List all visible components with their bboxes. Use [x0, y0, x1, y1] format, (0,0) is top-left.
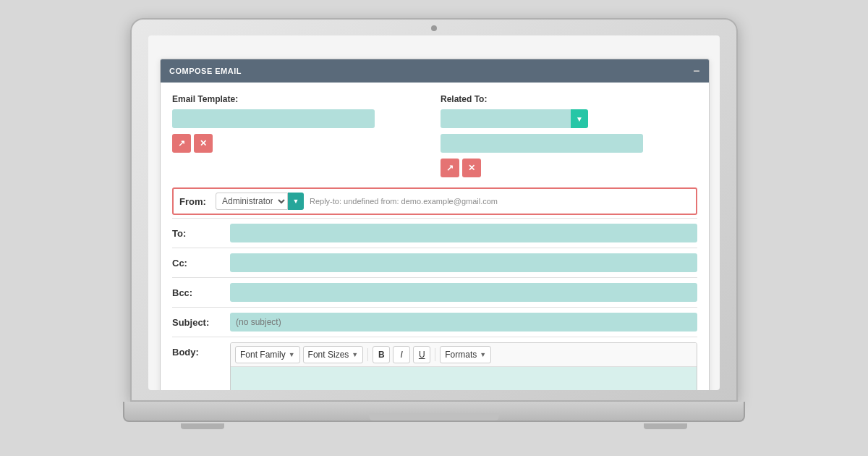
laptop-screen: COMPOSE EMAIL – Email Template:	[148, 35, 720, 390]
dialog-header: COMPOSE EMAIL –	[161, 59, 709, 83]
cc-label: Cc:	[172, 258, 230, 269]
body-label: Body:	[172, 342, 230, 358]
subject-label: Subject:	[172, 317, 230, 328]
email-template-link-button[interactable]: ↗	[172, 134, 191, 153]
font-sizes-label: Font Sizes	[308, 350, 349, 360]
subject-input[interactable]	[230, 313, 697, 332]
related-to-label: Related To:	[441, 94, 697, 104]
related-to-close-button[interactable]: ✕	[462, 159, 481, 177]
body-editor: Font Family ▼ Font Sizes ▼	[230, 342, 697, 390]
related-to-group: Related To: ▼ ↗	[441, 94, 697, 177]
laptop-foot-right	[644, 423, 687, 429]
top-section: Email Template: ↗ ✕	[172, 94, 697, 177]
laptop-foot-left	[181, 423, 224, 429]
subject-row: Subject:	[172, 307, 697, 337]
chevron-down-icon: ▼	[352, 351, 358, 358]
from-dropdown-button[interactable]: ▼	[288, 193, 304, 210]
chevron-down-icon: ▼	[293, 198, 299, 205]
laptop-base	[123, 402, 745, 422]
reply-to-text: Reply-to: undefined from: demo.example@g…	[310, 197, 498, 206]
toolbar-separator-2	[435, 348, 435, 361]
camera	[431, 25, 437, 31]
bcc-row: Bcc:	[172, 277, 697, 307]
bcc-input[interactable]	[230, 283, 697, 302]
toolbar-separator-1	[367, 348, 368, 361]
laptop-feet	[123, 423, 745, 429]
laptop-shell: COMPOSE EMAIL – Email Template:	[123, 18, 745, 438]
link-icon: ↗	[446, 163, 454, 173]
to-row: To:	[172, 218, 697, 248]
editor-content[interactable]	[231, 367, 697, 390]
related-to-select-wrap: ▼	[441, 109, 697, 128]
italic-icon: I	[401, 350, 403, 360]
from-select[interactable]: Administrator	[216, 193, 288, 210]
font-sizes-dropdown[interactable]: Font Sizes ▼	[303, 346, 364, 363]
dialog-body: Email Template: ↗ ✕	[161, 83, 709, 390]
formats-label: Formats	[445, 350, 477, 360]
chevron-down-icon: ▼	[289, 351, 295, 358]
email-template-group: Email Template: ↗ ✕	[172, 94, 429, 153]
to-label: To:	[172, 228, 230, 239]
cc-input[interactable]	[230, 253, 697, 272]
screen-content: COMPOSE EMAIL – Email Template:	[148, 35, 720, 390]
close-icon: ✕	[468, 163, 475, 173]
close-icon: ✕	[200, 138, 207, 148]
link-icon: ↗	[178, 138, 185, 148]
from-select-wrap: Administrator ▼	[216, 193, 304, 210]
email-template-input[interactable]	[172, 109, 375, 128]
bold-icon: B	[378, 350, 385, 360]
to-input[interactable]	[230, 224, 697, 242]
font-family-dropdown[interactable]: Font Family ▼	[235, 346, 300, 363]
chevron-down-icon: ▼	[480, 351, 486, 358]
related-to-dropdown-button[interactable]: ▼	[571, 109, 588, 128]
body-row: Body: Font Family ▼ Font Sizes	[172, 337, 697, 390]
screen-bezel: COMPOSE EMAIL – Email Template:	[130, 18, 738, 402]
compose-dialog: COMPOSE EMAIL – Email Template:	[160, 59, 710, 390]
related-to-buttons: ↗ ✕	[441, 159, 697, 177]
minimize-button[interactable]: –	[694, 65, 700, 77]
italic-button[interactable]: I	[393, 346, 410, 363]
chevron-down-icon: ▼	[576, 115, 583, 123]
formats-dropdown[interactable]: Formats ▼	[440, 346, 491, 363]
email-template-close-button[interactable]: ✕	[194, 134, 213, 153]
bold-button[interactable]: B	[373, 346, 390, 363]
related-to-input[interactable]	[441, 109, 571, 128]
underline-icon: U	[419, 350, 425, 360]
from-row: From: Administrator ▼ Reply-to: undefine…	[172, 187, 697, 215]
bcc-label: Bcc:	[172, 287, 230, 298]
email-template-buttons: ↗ ✕	[172, 134, 429, 153]
email-template-label: Email Template:	[172, 94, 429, 104]
cc-row: Cc:	[172, 248, 697, 277]
underline-button[interactable]: U	[413, 346, 430, 363]
related-to-value-input[interactable]	[441, 134, 643, 153]
related-to-link-button[interactable]: ↗	[441, 159, 459, 177]
editor-toolbar: Font Family ▼ Font Sizes ▼	[231, 343, 697, 367]
dialog-title: COMPOSE EMAIL	[169, 67, 242, 75]
font-family-label: Font Family	[240, 350, 286, 360]
from-label: From:	[179, 196, 216, 207]
